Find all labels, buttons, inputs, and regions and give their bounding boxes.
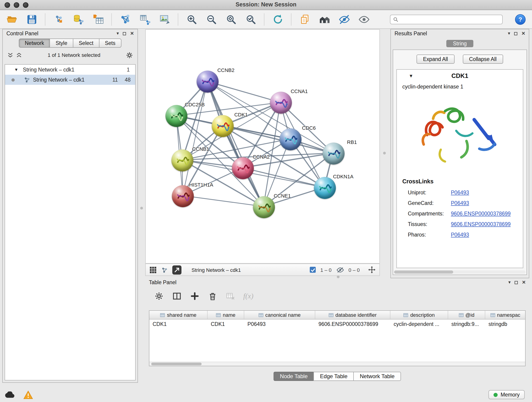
network-node-ccne1[interactable] (253, 196, 275, 218)
horizontal-splitter-handle[interactable] (337, 275, 340, 278)
expand-all-button[interactable]: Expand All (417, 55, 455, 64)
panel-float-icon[interactable] (123, 32, 126, 35)
selected-items-checkbox[interactable] (310, 267, 316, 273)
network-edge[interactable] (207, 81, 280, 102)
refresh-view-button[interactable] (271, 13, 284, 26)
cloud-status-icon[interactable] (5, 391, 15, 398)
expand-all-networks-icon[interactable] (16, 52, 22, 58)
panel-close-icon[interactable]: × (522, 280, 526, 285)
panel-close-icon[interactable]: × (130, 31, 134, 36)
tab-sets[interactable]: Sets (99, 38, 121, 48)
zoom-out-button[interactable] (205, 13, 218, 26)
network-node-ccnb2[interactable] (196, 70, 219, 93)
minimize-window-button[interactable] (14, 2, 19, 8)
crosslink-value-link[interactable]: P06493 (451, 232, 469, 237)
network-row-selected[interactable]: String Network – cdk1 11 48 (5, 75, 135, 85)
warning-icon[interactable] (23, 390, 33, 399)
column-header[interactable]: name (208, 311, 244, 319)
collapse-triangle-icon[interactable]: ▼ (14, 67, 18, 72)
column-header[interactable]: database identifier (315, 311, 390, 319)
birdseye-view-icon[interactable] (149, 266, 157, 274)
results-horizontal-scrollbar[interactable] (394, 270, 526, 274)
network-node-rb1[interactable] (323, 143, 345, 165)
network-edge[interactable] (183, 196, 264, 206)
network-node-cdkn1a[interactable] (314, 177, 336, 199)
crosslink-value-link[interactable]: 9606.ENSP00000378699 (451, 211, 511, 216)
zoom-fit-button[interactable] (225, 13, 237, 26)
collapse-all-button[interactable]: Collapse All (462, 55, 503, 64)
zoom-selected-button[interactable] (244, 13, 257, 26)
tab-network-table[interactable]: Network Table (354, 372, 401, 381)
import-network-database-button[interactable] (72, 13, 85, 26)
zoom-in-button[interactable] (185, 13, 198, 26)
help-button[interactable]: ? (515, 14, 526, 25)
network-node-cdc6[interactable] (279, 128, 302, 150)
collapse-triangle-icon[interactable]: ▼ (409, 73, 413, 78)
column-header[interactable]: description (390, 311, 448, 319)
duplicate-network-button[interactable] (298, 13, 311, 26)
node-label: RB1 (347, 139, 357, 145)
table-horizontal-scrollbar[interactable] (149, 362, 525, 366)
panel-menu-icon[interactable]: ▾ (508, 280, 511, 285)
show-all-button[interactable] (357, 13, 370, 26)
export-image-button[interactable] (158, 13, 171, 26)
import-network-file-button[interactable] (52, 13, 65, 26)
open-session-button[interactable] (6, 13, 18, 26)
network-from-table-button[interactable] (138, 13, 151, 26)
network-node-cdc25b[interactable] (165, 105, 187, 127)
panel-menu-icon[interactable]: ▾ (508, 31, 510, 36)
tab-select[interactable]: Select (73, 38, 99, 48)
memory-button[interactable]: Memory (489, 390, 525, 399)
new-network-button[interactable] (119, 13, 132, 26)
network-node-ccna1[interactable] (270, 92, 292, 114)
left-splitter-handle[interactable] (140, 207, 143, 210)
scrollbar-thumb[interactable] (394, 270, 453, 274)
panel-menu-icon[interactable]: ▾ (117, 31, 119, 36)
network-node-cdk1[interactable] (212, 115, 234, 137)
crosslink-value-link[interactable]: P06493 (451, 200, 469, 206)
panel-float-icon[interactable] (515, 281, 518, 284)
detach-view-button[interactable] (172, 265, 181, 274)
network-node-ccnb1[interactable] (171, 149, 193, 172)
column-header[interactable]: shared name (149, 311, 208, 319)
tab-style[interactable]: Style (50, 38, 73, 48)
close-window-button[interactable] (5, 2, 10, 8)
tab-edge-table[interactable]: Edge Table (314, 372, 354, 381)
crosslink-value-link[interactable]: 9606.ENSP00000378699 (451, 221, 511, 227)
search-box[interactable] (390, 14, 503, 24)
table-settings-gear-button[interactable] (153, 291, 165, 302)
scrollbar-thumb[interactable] (151, 363, 202, 365)
network-options-gear-icon[interactable] (126, 51, 133, 58)
column-header[interactable]: @id (448, 311, 485, 319)
tab-string[interactable]: String (447, 40, 473, 47)
network-canvas[interactable]: CCNB2CCNA1CDC25BCDK1CDC6RB1CCNB1CCNA2CDK… (145, 29, 380, 264)
network-edge[interactable] (207, 81, 264, 206)
column-header[interactable]: namespac (485, 311, 526, 319)
collapse-all-networks-icon[interactable] (7, 52, 13, 58)
zoom-window-button[interactable] (23, 2, 28, 8)
panel-close-icon[interactable]: × (522, 31, 525, 36)
add-row-button[interactable] (189, 291, 200, 302)
import-table-file-button[interactable] (92, 13, 104, 26)
tab-network[interactable]: Network (19, 38, 50, 48)
network-node-ccna2[interactable] (232, 157, 254, 179)
network-overview-icon[interactable] (161, 267, 168, 273)
vertical-splitter-handle[interactable] (383, 152, 386, 154)
tab-node-table[interactable]: Node Table (273, 372, 314, 381)
column-header[interactable]: canonical name (244, 311, 315, 319)
panel-float-icon[interactable] (514, 32, 518, 35)
fit-content-icon[interactable] (368, 266, 376, 274)
show-columns-button[interactable] (171, 291, 182, 302)
save-session-button[interactable] (25, 13, 38, 26)
node-label: CDC6 (302, 125, 316, 131)
network-collection-row[interactable]: ▼ String Network – cdk1 1 (5, 65, 135, 75)
protein-section-header[interactable]: ▼ CDK1 (397, 70, 523, 82)
delete-rows-button[interactable] (207, 291, 218, 302)
network-node-hist1h1a[interactable] (172, 185, 194, 207)
hide-selected-button[interactable] (338, 13, 351, 26)
table-row[interactable]: CDK1CDK1P064939606.ENSP00000378699cyclin… (149, 319, 525, 329)
home-layout-button[interactable] (318, 13, 331, 26)
network-edge[interactable] (183, 81, 207, 196)
crosslink-value-link[interactable]: P06493 (451, 190, 469, 195)
search-input[interactable] (400, 17, 500, 22)
